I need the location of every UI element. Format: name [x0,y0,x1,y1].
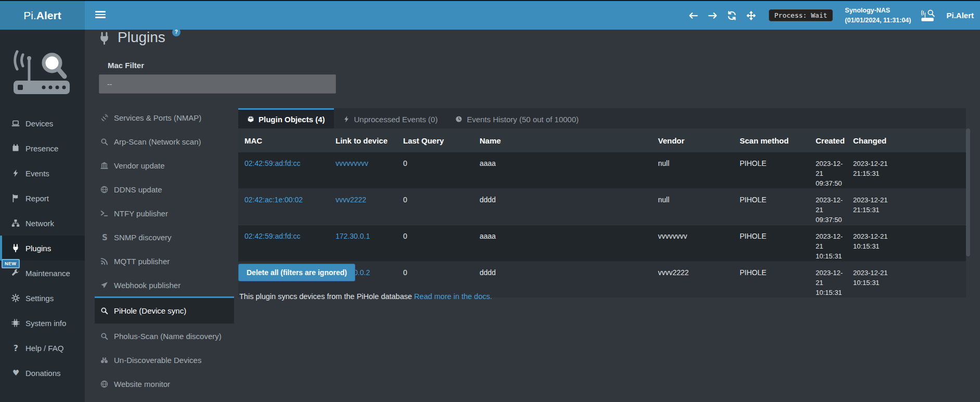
cell-link: vvvvvvvvv [329,152,397,189]
plugin-nav-item-webhook-publisher[interactable]: Webhook publisher [95,273,234,296]
cell-last-query: 0 [397,225,473,262]
plugin-nav-item-arp-scan-network-scan[interactable]: Arp-Scan (Network scan) [95,129,234,153]
delete-all-button[interactable]: Delete all (filters are ignored) [238,264,355,281]
sidebar-item-label: Events [25,169,49,178]
plugin-nav-item-pihole-device-sync[interactable]: PiHole (Device sync) [95,296,234,323]
table-row: 02:42:59:ad:fd:ccvvvvvvvvv0aaaanullPIHOL… [238,152,966,189]
mac-filter-input[interactable] [99,74,336,94]
cell-mac: 02:42:59:ad:fd:cc [238,225,329,262]
sidebar-item-label: Devices [25,119,53,128]
column-header-changed: Changed [847,128,891,152]
heart-icon: ♥ [11,368,20,378]
host-datetime: (01/01/2024, 11:31:04) [845,16,911,25]
search-icon [100,307,109,315]
cell-name: dddd [473,189,652,225]
cell-filler [891,225,966,262]
plugin-nav-item-vendor-update[interactable]: Vendor update [95,153,234,177]
cell-created: 2023-12-21 10:15:31 [809,225,847,262]
bolt-icon [343,115,350,123]
docs-link[interactable]: Read more in the docs. [414,292,492,301]
tab-label: Events History (50 out of 10000) [467,115,578,124]
page-header: Plugins ? [98,29,180,46]
table-row: 02:42:ac:1e:00:02vvvv22220ddddnullPIHOLE… [238,189,966,225]
clock-icon [455,115,462,123]
cell-filler [891,152,966,189]
cell-filler [891,262,966,298]
terminal-icon [100,210,109,217]
hamburger-menu-icon[interactable] [95,11,106,19]
sidebar-item-devices[interactable]: Devices [0,111,85,136]
cell-name: aaaa [473,225,652,262]
plugin-nav-item-un-discoverable-devices[interactable]: Un-Discoverable Devices [95,347,234,371]
plugin-nav-item-pholus-scan-name-discovery[interactable]: Pholus-Scan (Name discovery) [95,323,234,347]
help-badge[interactable]: ? [172,28,180,36]
process-status-badge: Process: Wait [769,9,833,21]
sitemap-icon [11,219,20,227]
topbar-app-name: Pi.Alert [946,11,974,20]
plugin-nav-item-label: Services & Ports (NMAP) [114,113,201,122]
plugin-nav-item-label: SNMP discovery [114,233,172,242]
plugin-nav-item-snmp-discovery[interactable]: SSNMP discovery [95,225,234,249]
plug-icon [11,244,20,252]
column-header-scan-method: Scan method [733,128,809,152]
sidebar-item-events[interactable]: Events [0,161,85,186]
plugin-nav-item-mqtt-publisher[interactable]: MQTT publisher [95,249,234,273]
cell-filler [891,189,966,225]
plugin-nav-item-ddns-update[interactable]: DDNS update [95,177,234,201]
tab-unprocessed-events[interactable]: Unprocessed Events (0) [334,108,447,128]
device-link[interactable]: vvvv2222 [336,196,366,204]
sidebar-item-presence[interactable]: Presence [0,136,85,161]
move-icon[interactable] [746,11,756,20]
snmp-icon: S [100,233,109,242]
cell-created: 2023-12-21 09:37:50 [809,152,847,189]
column-header-vendor: Vendor [652,128,733,152]
cell-changed: 2023-12-21 21:15:31 [847,189,891,225]
column-header-created: Created [809,128,847,152]
tab-plugin-objects[interactable]: Plugin Objects (4) [238,108,334,128]
flag-icon [11,194,20,202]
sidebar-item-label: Settings [25,294,54,303]
cell-vendor: null [652,189,733,225]
device-link[interactable]: 172.30.0.1 [336,232,370,240]
tab-label: Unprocessed Events (0) [354,115,438,124]
sidebar-item-report[interactable]: Report [0,186,85,211]
tab-events-history[interactable]: Events History (50 out of 10000) [446,108,587,128]
mac-link[interactable]: 02:42:59:ad:fd:cc [244,159,300,167]
plugin-nav-item-label: Pholus-Scan (Name discovery) [114,332,222,341]
plugin-nav-item-label: Un-Discoverable Devices [114,356,201,365]
rss-icon [100,257,109,265]
sidebar-item-settings[interactable]: Settings [0,286,85,310]
sidebar-item-donations[interactable]: ♥Donations [0,360,85,385]
sidebar-item-help-faq[interactable]: ?Help / FAQ [0,335,85,360]
sidebar: DevicesPresenceEventsReportNetworkPlugin… [0,30,85,402]
mac-link[interactable]: 02:42:ac:1e:00:02 [244,196,303,204]
sidebar-item-network[interactable]: Network [0,211,85,236]
cell-mac: 02:42:ac:1e:00:02 [238,189,329,225]
plugin-nav-item-label: NTFY publisher [114,209,168,218]
sidebar-item-system-info[interactable]: System info [0,310,85,335]
table-scrollbar[interactable] [966,128,970,256]
sidebar-item-plugins[interactable]: Plugins [0,236,85,261]
search-icon [100,138,109,146]
mac-link[interactable]: 02:42:59:ad:fd:cc [244,232,300,240]
plugin-nav-item-ntfy-publisher[interactable]: NTFY publisher [95,201,234,225]
router-search-icon [921,9,936,22]
refresh-icon[interactable] [727,11,737,20]
topbar-right: Process: Wait Synology-NAS (01/01/2024, … [689,1,974,30]
app-logo[interactable]: Pi.Alert [0,1,85,30]
cell-changed: 2023-12-21 21:15:31 [847,152,891,189]
cell-scan-method: PIHOLE [733,189,809,225]
cell-scan-method: PIHOLE [733,225,809,262]
arrow-right-icon[interactable] [708,11,717,20]
sidebar-item-label: Maintenance [25,269,70,278]
plugin-nav-item-services-ports-nmap[interactable]: Services & Ports (NMAP) [95,105,234,129]
device-link[interactable]: vvvvvvvvv [336,159,368,167]
plugin-nav-item-label: Vendor update [114,161,165,170]
satellite-dish-icon [100,114,109,122]
plugin-nav-item-label: MQTT publisher [114,257,170,266]
laptop-icon [11,119,20,127]
cell-link: 172.30.0.1 [329,225,397,262]
top-bar: Pi.Alert Process: Wait Synology-NAS (01/… [0,0,980,30]
arrow-left-icon[interactable] [689,11,698,20]
plugin-nav-item-website-monitor[interactable]: Website monitor [95,371,234,395]
